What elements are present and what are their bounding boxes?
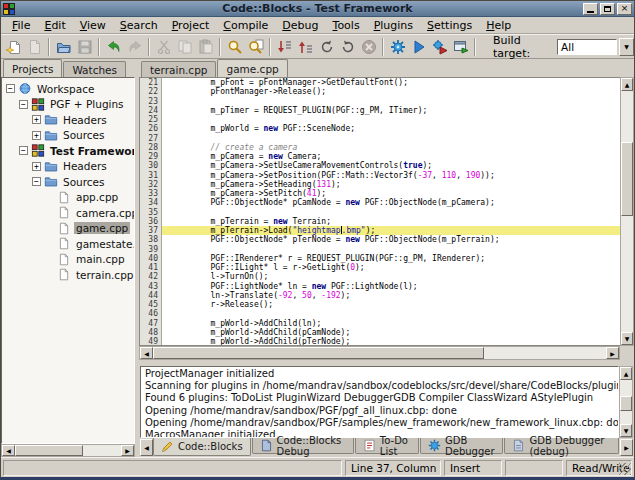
log-tab-gdb-debugger[interactable]: GDB Debugger — [420, 438, 503, 454]
open-file-button[interactable] — [53, 36, 74, 57]
menu-file[interactable]: File — [5, 18, 37, 33]
jump-forward-button[interactable] — [337, 36, 358, 57]
code-line-39[interactable]: 39 — [140, 245, 620, 254]
code-line-41[interactable]: 41 PGF::ILight* l = r->GetLight(0); — [140, 263, 620, 272]
collapse-icon[interactable]: − — [6, 84, 15, 93]
menu-view[interactable]: View — [73, 18, 113, 33]
tree-item-workspace[interactable]: −Workspace — [2, 81, 134, 97]
scroll-left-icon[interactable]: ◀ — [140, 347, 153, 359]
find-button[interactable] — [224, 36, 245, 57]
scroll-down-icon[interactable]: ▼ — [621, 332, 633, 345]
menu-tools[interactable]: Tools — [326, 18, 367, 33]
menu-help[interactable]: Help — [479, 18, 518, 33]
code-line-49[interactable]: 49 m_pWorld->AddChild(pTerNode); — [140, 337, 620, 346]
tree-item-sources[interactable]: +Sources — [2, 128, 134, 144]
code-line-30[interactable]: 30 m_pCamera->SetUseCameraMovementContro… — [140, 161, 620, 170]
undo-button[interactable] — [103, 36, 124, 57]
code-line-44[interactable]: 44 ln->Translate(-92, 50, -192); — [140, 291, 620, 300]
close-button[interactable]: × — [617, 3, 632, 15]
code-line-40[interactable]: 40 PGF::IRenderer* r = REQUEST_PLUGIN(PG… — [140, 254, 620, 263]
code-line-47[interactable]: 47 m_pWorld->AddChild(ln); — [140, 319, 620, 328]
code-line-29[interactable]: 29 m_pCamera = new Camera; — [140, 152, 620, 161]
run-button[interactable] — [408, 36, 429, 57]
scroll-down-icon[interactable]: ▼ — [620, 424, 632, 437]
code-line-37[interactable]: 37 m_pTerrain->Load("heightmap.bmp"); — [140, 226, 620, 235]
tree-item-app-cpp[interactable]: app.cpp — [2, 190, 134, 206]
log-tab-code-blocks-debug[interactable]: Code::Blocks Debug — [252, 438, 354, 454]
tree-item-game-cpp[interactable]: game.cpp — [2, 221, 134, 237]
minimize-button[interactable] — [583, 3, 598, 15]
collapse-icon[interactable]: − — [19, 146, 28, 155]
goto-prev-button[interactable] — [295, 36, 316, 57]
code-line-43[interactable]: 43 PGF::LightNode* ln = new PGF::LightNo… — [140, 282, 620, 291]
log-tab-to-do-list[interactable]: To-Do List — [355, 438, 419, 454]
tree-horizontal-scrollbar[interactable]: ◀ ▶ — [1, 444, 135, 457]
menu-search[interactable]: Search — [113, 18, 165, 33]
code-line-31[interactable]: 31 m_pCamera->SetPosition(PGF::Math::Vec… — [140, 171, 620, 180]
titlebar[interactable]: Code::Blocks - Test Framework × — [1, 1, 634, 17]
scrollbar-thumb[interactable] — [621, 142, 633, 217]
tab-projects[interactable]: Projects — [3, 59, 62, 77]
code-line-34[interactable]: 34 PGF::ObjectNode* pCamNode = new PGF::… — [140, 198, 620, 207]
code-line-24[interactable]: 24 m_pTimer = REQUEST_PLUGIN(PGF::g_PM, … — [140, 106, 620, 115]
editor-horizontal-scrollbar[interactable]: ◀ ▶ — [139, 346, 620, 360]
rebuild-button[interactable] — [450, 36, 471, 57]
build-and-run-button[interactable] — [429, 36, 450, 57]
tree-item-camera-cpp[interactable]: camera.cpp — [2, 205, 134, 221]
code-line-26[interactable]: 26 m_pWorld = new PGF::SceneNode; — [140, 124, 620, 133]
menu-compile[interactable]: Compile — [216, 18, 275, 33]
goto-next-button[interactable] — [274, 36, 295, 57]
expand-icon[interactable]: + — [32, 162, 41, 171]
code-line-48[interactable]: 48 m_pWorld->AddChild(pCamNode); — [140, 328, 620, 337]
log-tabs-scroll-left-icon[interactable]: ◀ — [140, 439, 153, 456]
code-line-35[interactable]: 35 — [140, 208, 620, 217]
resize-grip-icon[interactable] — [619, 463, 631, 475]
log-vertical-scrollbar[interactable]: ▲ ▼ — [619, 366, 633, 438]
collapse-icon[interactable]: − — [32, 177, 41, 186]
new-file-button[interactable] — [3, 36, 24, 57]
scrollbar-thumb[interactable] — [620, 396, 632, 411]
expand-icon[interactable]: + — [32, 131, 41, 140]
log-tabs-scroll-right-icon[interactable]: ▶ — [620, 439, 633, 456]
tree-item-test-framework[interactable]: −Test Framework — [2, 143, 134, 159]
find-in-files-button[interactable] — [245, 36, 266, 57]
maximize-button[interactable] — [600, 3, 615, 15]
code-line-25[interactable]: 25 — [140, 115, 620, 124]
build-target-dropdown-button[interactable]: ▼ — [619, 38, 634, 56]
code-line-45[interactable]: 45 r->Release(); — [140, 300, 620, 309]
scroll-left-icon[interactable]: ◀ — [2, 445, 15, 456]
code-line-46[interactable]: 46 — [140, 309, 620, 318]
editor-vertical-scrollbar[interactable]: ▲ ▼ — [620, 77, 634, 346]
menu-edit[interactable]: Edit — [37, 18, 72, 33]
code-editor[interactable]: 21 m_pFont = pFontManager->GetDefaultFon… — [139, 77, 620, 346]
menu-settings[interactable]: Settings — [420, 18, 479, 33]
tree-item-terrain-cpp[interactable]: terrain.cpp — [2, 267, 134, 283]
code-line-28[interactable]: 28 // create a camera — [140, 143, 620, 152]
code-line-42[interactable]: 42 l->TurnOn(); — [140, 272, 620, 281]
scroll-up-icon[interactable]: ▲ — [621, 78, 633, 91]
code-line-27[interactable]: 27 — [140, 134, 620, 143]
scroll-right-icon[interactable]: ▶ — [606, 347, 619, 359]
scrollbar-thumb[interactable] — [153, 347, 484, 359]
jump-back-button[interactable] — [316, 36, 337, 57]
menu-plugins[interactable]: Plugins — [367, 18, 420, 33]
tree-item-headers[interactable]: +Headers — [2, 112, 134, 128]
tab-watches[interactable]: Watches — [63, 61, 126, 77]
scroll-right-icon[interactable]: ▶ — [121, 445, 134, 456]
code-line-32[interactable]: 32 m_pCamera->SetHeading(131); — [140, 180, 620, 189]
menu-project[interactable]: Project — [165, 18, 217, 33]
tree-item-pgf-plugins[interactable]: −PGF + Plugins — [2, 97, 134, 113]
menu-debug[interactable]: Debug — [275, 18, 325, 33]
code-line-22[interactable]: 22 pFontManager->Release(); — [140, 87, 620, 96]
code-line-21[interactable]: 21 m_pFont = pFontManager->GetDefaultFon… — [140, 78, 620, 87]
expand-icon[interactable]: + — [32, 115, 41, 124]
tree-item-headers[interactable]: +Headers — [2, 159, 134, 175]
build-target-select[interactable]: All — [557, 39, 617, 55]
collapse-icon[interactable]: − — [19, 100, 28, 109]
tree-item-main-cpp[interactable]: main.cpp — [2, 252, 134, 268]
tree-item-sources[interactable]: −Sources — [2, 174, 134, 190]
code-line-36[interactable]: 36 m_pTerrain = new Terrain; — [140, 217, 620, 226]
scroll-up-icon[interactable]: ▲ — [620, 367, 632, 380]
build-button[interactable] — [387, 36, 408, 57]
code-line-38[interactable]: 38 PGF::ObjectNode* pTerNode = new PGF::… — [140, 235, 620, 244]
